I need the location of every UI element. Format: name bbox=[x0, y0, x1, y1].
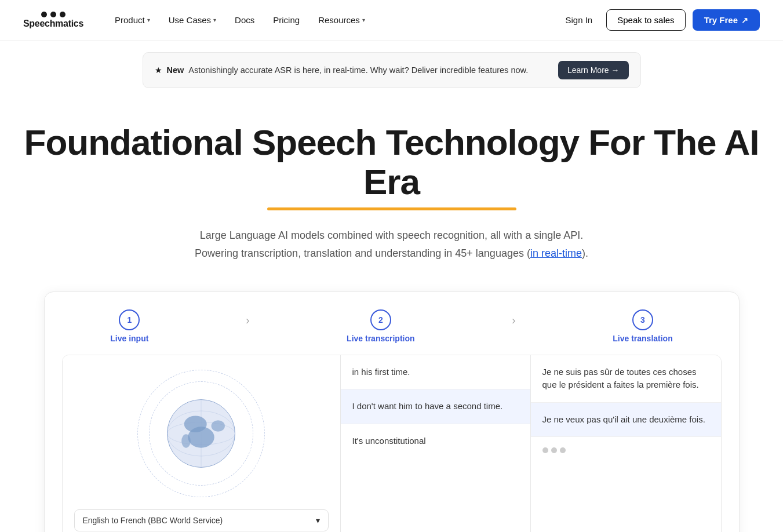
language-dropdown[interactable]: English to French (BBC World Service) ▾ bbox=[74, 509, 329, 531]
translation-row-2: Je ne veux pas qu'il ait une deuxième fo… bbox=[531, 403, 721, 438]
step-2-circle: 2 bbox=[370, 309, 391, 330]
real-time-link[interactable]: in real-time bbox=[530, 247, 582, 259]
steps-header: 1 Live input › 2 Live transcription › 3 … bbox=[62, 309, 722, 343]
step-3-label: Live translation bbox=[613, 334, 672, 343]
star-icon: ★ bbox=[155, 65, 162, 75]
try-free-button[interactable]: Try Free ↗ bbox=[693, 9, 760, 31]
chevron-down-icon: ▾ bbox=[362, 17, 365, 23]
logo-dot-2 bbox=[50, 12, 56, 17]
nav-product[interactable]: Product ▾ bbox=[107, 10, 158, 30]
globe-ring-inner bbox=[149, 381, 253, 486]
logo-dot-1 bbox=[41, 12, 47, 17]
transcription-panel: in his first time. I don't want him to h… bbox=[341, 355, 531, 532]
nav-links: Product ▾ Use Cases ▾ Docs Pricing Resou… bbox=[107, 10, 559, 30]
nav-actions: Sign In Speak to sales Try Free ↗ bbox=[559, 9, 760, 31]
banner-text: Astonishingly accurate ASR is here, in r… bbox=[188, 65, 528, 75]
learn-more-button[interactable]: Learn More → bbox=[558, 61, 628, 79]
nav-pricing[interactable]: Pricing bbox=[265, 10, 308, 30]
transcript-row-2: I don't want him to have a second time. bbox=[341, 389, 530, 424]
typing-indicator bbox=[531, 437, 721, 464]
step-1-label: Live input bbox=[110, 334, 148, 343]
transcript-row-3: It's unconstitutional bbox=[341, 424, 530, 458]
title-underline bbox=[267, 207, 516, 210]
typing-dot-2 bbox=[551, 447, 557, 453]
typing-dot-3 bbox=[560, 447, 566, 453]
step-chevron-1: › bbox=[246, 314, 250, 338]
step-chevron-2: › bbox=[512, 314, 516, 338]
chevron-down-icon: ▾ bbox=[147, 17, 150, 23]
logo[interactable]: Speechmatics bbox=[23, 12, 83, 29]
chevron-down-icon: ▾ bbox=[316, 516, 320, 525]
speak-to-sales-button[interactable]: Speak to sales bbox=[606, 9, 685, 31]
hero-title: Foundational Speech Technology For The A… bbox=[23, 123, 760, 202]
chevron-down-icon: ▾ bbox=[213, 17, 216, 23]
step-2[interactable]: 2 Live transcription bbox=[347, 309, 414, 343]
hero-subtitle: Large Language AI models combined with s… bbox=[195, 227, 589, 262]
globe-container bbox=[134, 367, 268, 500]
step-1[interactable]: 1 Live input bbox=[110, 309, 148, 343]
nav-resources[interactable]: Resources ▾ bbox=[310, 10, 373, 30]
banner-new-label: New bbox=[167, 65, 184, 75]
banner-content: ★ New Astonishingly accurate ASR is here… bbox=[155, 65, 529, 75]
logo-dot-3 bbox=[60, 12, 65, 17]
arrow-icon: ↗ bbox=[741, 16, 748, 25]
step-3-circle: 3 bbox=[632, 309, 653, 330]
hero-section: Foundational Speech Technology For The A… bbox=[0, 100, 783, 280]
nav-docs[interactable]: Docs bbox=[227, 10, 263, 30]
input-panel: English to French (BBC World Service) ▾ … bbox=[63, 355, 341, 532]
step-3[interactable]: 3 Live translation bbox=[613, 309, 672, 343]
announcement-banner: ★ New Astonishingly accurate ASR is here… bbox=[143, 52, 641, 88]
transcript-row-1: in his first time. bbox=[341, 355, 530, 390]
step-2-label: Live transcription bbox=[347, 334, 414, 343]
demo-card: 1 Live input › 2 Live transcription › 3 … bbox=[44, 291, 740, 532]
nav-use-cases[interactable]: Use Cases ▾ bbox=[161, 10, 224, 30]
signin-button[interactable]: Sign In bbox=[559, 10, 600, 30]
translation-row-1: Je ne suis pas sûr de toutes ces choses … bbox=[531, 355, 721, 403]
translation-panel: Je ne suis pas sûr de toutes ces choses … bbox=[531, 355, 721, 532]
step-1-circle: 1 bbox=[119, 309, 140, 330]
logo-text: Speechmatics bbox=[23, 19, 83, 29]
demo-panels: English to French (BBC World Service) ▾ … bbox=[62, 355, 722, 532]
typing-dot-1 bbox=[542, 447, 548, 453]
